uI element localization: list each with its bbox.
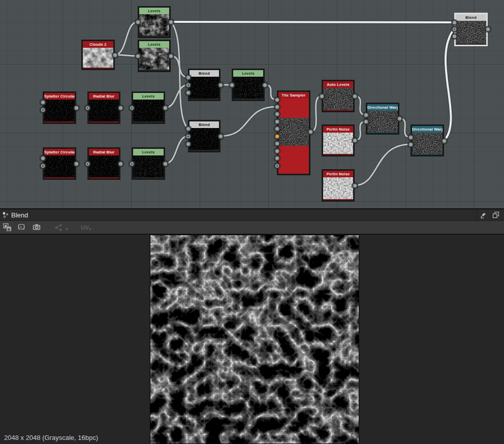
- float-window-button[interactable]: [490, 210, 502, 219]
- graph-node-blend1[interactable]: Blend: [188, 69, 220, 101]
- output-port[interactable]: [218, 82, 224, 88]
- output-port[interactable]: [218, 134, 224, 139]
- input-port[interactable]: [85, 161, 90, 167]
- node-thumbnail: [323, 88, 353, 111]
- output-port[interactable]: [397, 116, 402, 121]
- node-title: Splatter Circular: [44, 93, 75, 100]
- output-port[interactable]: [163, 161, 168, 167]
- input-port[interactable]: [129, 161, 135, 167]
- input-port[interactable]: [274, 97, 280, 103]
- input-port[interactable]: [363, 112, 369, 118]
- input-port[interactable]: [229, 82, 235, 88]
- output-port[interactable]: [163, 105, 168, 111]
- camera-button[interactable]: [30, 223, 43, 232]
- svg-text:B: B: [8, 227, 11, 232]
- input-port[interactable]: [452, 20, 457, 25]
- input-port[interactable]: [274, 148, 280, 154]
- output-port[interactable]: [168, 53, 174, 59]
- graph-node-tile[interactable]: Tile Sampler: [277, 90, 310, 175]
- node-title: Levels: [133, 149, 164, 155]
- input-port[interactable]: [408, 142, 414, 147]
- output-port[interactable]: [262, 82, 268, 88]
- output-port[interactable]: [352, 93, 358, 99]
- port-dot: [131, 107, 133, 109]
- 2d-view-canvas[interactable]: 2048 x 2048 (Grayscale, 16bpc): [0, 235, 504, 444]
- node-title: Directional Warp: [367, 104, 398, 111]
- graph-node-clouds2[interactable]: Clouds 2: [81, 40, 115, 70]
- output-port[interactable]: [308, 129, 313, 135]
- input-port[interactable]: [185, 126, 191, 132]
- input-port[interactable]: [274, 134, 280, 139]
- input-port[interactable]: [452, 26, 457, 32]
- input-port[interactable]: [274, 126, 280, 132]
- node-thumbnail: [83, 48, 113, 69]
- input-port[interactable]: [135, 19, 141, 25]
- node-thumbnail: [323, 177, 353, 200]
- output-port[interactable]: [74, 105, 79, 111]
- output-port[interactable]: [352, 138, 358, 143]
- input-port[interactable]: [40, 107, 46, 113]
- graph-wire: [115, 55, 138, 56]
- node-title: Directional Warp: [412, 126, 443, 133]
- input-port[interactable]: [135, 53, 141, 59]
- compare-ab-button[interactable]: A B: [1, 223, 14, 232]
- graph-node-radial2[interactable]: Radial Blur: [87, 147, 120, 180]
- output-port[interactable]: [118, 161, 123, 167]
- input-port[interactable]: [408, 135, 414, 140]
- graph-node-levelsR2[interactable]: Levels: [132, 147, 165, 180]
- graph-node-perlin1[interactable]: Perlin Noise: [322, 124, 355, 156]
- export-image-button[interactable]: [16, 223, 28, 232]
- input-port[interactable]: [85, 105, 90, 111]
- display-channels-button[interactable]: [52, 223, 65, 232]
- node-thumbnail: [89, 155, 119, 178]
- input-port[interactable]: [452, 34, 457, 39]
- output-port[interactable]: [352, 183, 358, 188]
- input-port[interactable]: [40, 100, 46, 105]
- graph-node-levels2[interactable]: Levels: [138, 40, 171, 72]
- texture-preview: [150, 235, 359, 444]
- input-port[interactable]: [40, 163, 46, 169]
- input-port[interactable]: [274, 141, 280, 146]
- input-port[interactable]: [185, 75, 191, 80]
- graph-node-auto[interactable]: Auto Levels: [322, 80, 355, 112]
- output-port[interactable]: [74, 161, 79, 167]
- input-port[interactable]: [185, 82, 191, 88]
- input-port[interactable]: [319, 93, 325, 99]
- input-port[interactable]: [274, 119, 280, 124]
- input-port[interactable]: [274, 104, 280, 110]
- graph-node-levelsR1[interactable]: Levels: [132, 91, 165, 124]
- graph-wire: [355, 96, 366, 115]
- graph-node-blend_tr[interactable]: Blend: [454, 13, 488, 46]
- input-port[interactable]: [274, 163, 280, 169]
- graph-node-levels3[interactable]: Levels: [232, 69, 265, 101]
- port-dot: [454, 28, 455, 30]
- input-port[interactable]: [40, 155, 46, 161]
- graph-wire: [171, 56, 188, 77]
- graph-node-dw1[interactable]: Directional Warp: [366, 103, 399, 135]
- input-port[interactable]: [274, 111, 280, 117]
- output-port[interactable]: [485, 26, 491, 32]
- node-thumbnail: [456, 21, 486, 45]
- node-graph-canvas[interactable]: Clouds 2LevelsLevelsSplatter CircularRad…: [0, 0, 504, 208]
- chevron-down-icon[interactable]: ▾: [66, 227, 68, 232]
- graph-node-splatter1[interactable]: Splatter Circular: [43, 91, 76, 124]
- graph-wire: [399, 118, 411, 137]
- output-port[interactable]: [118, 105, 123, 111]
- graph-node-perlin2[interactable]: Perlin Noise: [322, 169, 355, 202]
- input-port[interactable]: [129, 105, 135, 111]
- graph-node-blend2[interactable]: Blend: [188, 120, 220, 152]
- input-port[interactable]: [185, 134, 191, 139]
- graph-node-levels1[interactable]: Levels: [138, 6, 171, 38]
- graph-node-radial1[interactable]: Radial Blur: [87, 91, 120, 124]
- graph-node-dw2[interactable]: Directional Warp: [411, 124, 444, 156]
- input-port[interactable]: [185, 141, 191, 147]
- output-port[interactable]: [168, 19, 174, 25]
- output-port[interactable]: [112, 52, 118, 58]
- graph-node-splatter2[interactable]: Splatter Circular: [43, 147, 76, 180]
- input-port[interactable]: [274, 155, 280, 161]
- chevron-down-icon[interactable]: ▾: [89, 227, 91, 232]
- input-port[interactable]: [185, 90, 191, 96]
- output-port[interactable]: [442, 138, 447, 144]
- input-port[interactable]: [363, 119, 369, 124]
- pin-panel-button[interactable]: [477, 210, 490, 220]
